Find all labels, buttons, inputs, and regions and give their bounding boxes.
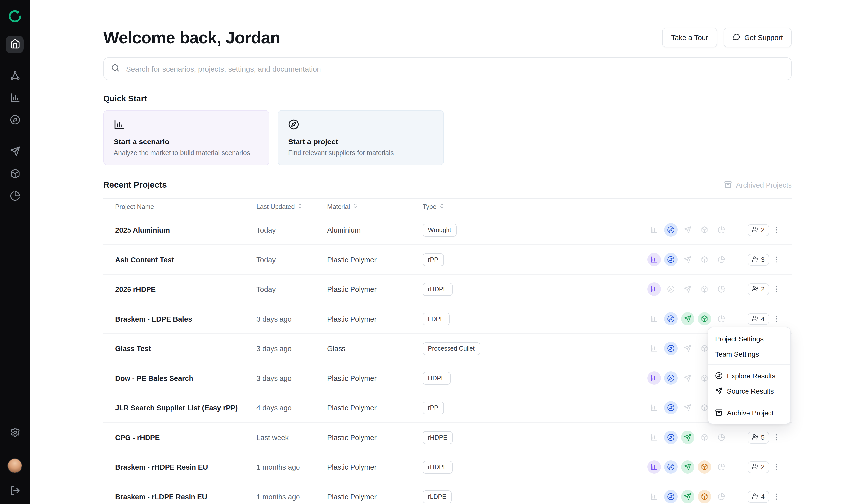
chart-chip-icon[interactable] [647,431,661,444]
take-tour-button[interactable]: Take a Tour [662,28,717,48]
box-chip-icon[interactable] [698,431,711,444]
compass-chip-icon[interactable] [664,312,678,325]
search-input[interactable] [125,64,784,73]
pie-chip-icon[interactable] [715,283,728,296]
chart-chip-icon[interactable] [647,342,661,355]
box-chip-icon[interactable] [698,223,711,237]
row-menu-button[interactable] [769,492,784,501]
column-type[interactable]: Type [422,203,647,210]
chart-chip-icon[interactable] [647,283,661,296]
table-row[interactable]: Glass Test 3 days ago Glass Processed Cu… [103,334,792,363]
table-row[interactable]: Braskem - rLDPE Resin EU 1 months ago Pl… [103,482,792,504]
menu-item-archive-project[interactable]: Archive Project [708,405,790,420]
box-chip-icon[interactable] [698,490,711,503]
box-chip-icon[interactable] [698,253,711,266]
menu-item-project-settings[interactable]: Project Settings [708,331,790,346]
sidebar-source-button[interactable] [6,143,24,161]
project-name[interactable]: Glass Test [115,344,257,353]
compass-chip-icon[interactable] [664,490,678,503]
settings-button[interactable] [6,424,24,442]
project-name[interactable]: 2026 rHDPE [115,285,257,293]
row-menu-button[interactable] [769,433,784,442]
send-chip-icon[interactable] [681,312,694,325]
box-chip-icon[interactable] [698,283,711,296]
chart-chip-icon[interactable] [647,372,661,385]
chart-chip-icon[interactable] [647,490,661,503]
compass-chip-icon[interactable] [664,253,678,266]
chart-chip-icon[interactable] [647,253,661,266]
menu-item-explore-results[interactable]: Explore Results [708,368,790,383]
sidebar-scenarios-button[interactable] [6,67,24,85]
project-name[interactable]: 2025 Aluminium [115,226,257,234]
get-support-button[interactable]: Get Support [724,28,792,48]
column-project-name[interactable]: Project Name [115,203,257,210]
compass-chip-icon[interactable] [664,372,678,385]
row-menu-button[interactable] [769,255,784,264]
members-pill[interactable]: 5 [748,431,769,443]
user-avatar[interactable] [8,459,22,473]
table-row[interactable]: Dow - PE Bales Search 3 days ago Plastic… [103,363,792,393]
compass-chip-icon[interactable] [664,342,678,355]
compass-chip-icon[interactable] [664,283,678,296]
column-material[interactable]: Material [327,203,422,210]
project-name[interactable]: CPG - rHDPE [115,433,257,441]
start-project-card[interactable]: Start a project Find relevant suppliers … [278,110,444,165]
send-chip-icon[interactable] [681,490,694,503]
chart-chip-icon[interactable] [647,223,661,237]
members-pill[interactable]: 2 [748,461,769,473]
table-row[interactable]: CPG - rHDPE Last week Plastic Polymer rH… [103,423,792,452]
start-scenario-card[interactable]: Start a scenario Analyze the market to b… [103,110,269,165]
pie-chip-icon[interactable] [715,253,728,266]
compass-chip-icon[interactable] [664,223,678,237]
pie-chip-icon[interactable] [715,431,728,444]
column-last-updated[interactable]: Last Updated [257,203,327,210]
row-menu-button[interactable] [769,463,784,471]
row-menu-button[interactable] [769,226,784,234]
box-chip-icon[interactable] [698,312,711,325]
table-row[interactable]: 2025 Aluminium Today Aluminium Wrought 2 [103,215,792,245]
members-pill[interactable]: 4 [748,313,769,325]
project-name[interactable]: Braskem - rLDPE Resin EU [115,493,257,501]
table-row[interactable]: JLR Search Supplier List (Easy rPP) 4 da… [103,393,792,423]
send-chip-icon[interactable] [681,431,694,444]
pie-chip-icon[interactable] [715,490,728,503]
send-chip-icon[interactable] [681,342,694,355]
members-pill[interactable]: 3 [748,254,769,266]
pie-chip-icon[interactable] [715,312,728,325]
members-pill[interactable]: 4 [748,491,769,503]
chart-chip-icon[interactable] [647,460,661,474]
members-pill[interactable]: 2 [748,283,769,295]
box-chip-icon[interactable] [698,460,711,474]
table-row[interactable]: Braskem - LDPE Bales 3 days ago Plastic … [103,304,792,334]
send-chip-icon[interactable] [681,283,694,296]
send-chip-icon[interactable] [681,372,694,385]
logout-button[interactable] [6,483,24,500]
pie-chip-icon[interactable] [715,460,728,474]
send-chip-icon[interactable] [681,253,694,266]
send-chip-icon[interactable] [681,460,694,474]
archived-projects-link[interactable]: Archived Projects [724,181,792,190]
sidebar-charts-button[interactable] [6,89,24,107]
sidebar-materials-button[interactable] [6,165,24,183]
sidebar-history-button[interactable] [6,188,24,205]
table-row[interactable]: Ash Content Test Today Plastic Polymer r… [103,245,792,275]
sidebar-explore-button[interactable] [6,112,24,129]
sidebar-home-button[interactable] [6,36,24,53]
project-name[interactable]: Ash Content Test [115,256,257,264]
compass-chip-icon[interactable] [664,460,678,474]
project-name[interactable]: Braskem - LDPE Bales [115,315,257,323]
row-menu-button[interactable] [769,314,784,323]
menu-item-source-results[interactable]: Source Results [708,383,790,399]
send-chip-icon[interactable] [681,223,694,237]
chart-chip-icon[interactable] [647,401,661,414]
project-name[interactable]: Braskem - rHDPE Resin EU [115,463,257,471]
project-name[interactable]: Dow - PE Bales Search [115,374,257,382]
table-row[interactable]: Braskem - rHDPE Resin EU 1 months ago Pl… [103,452,792,482]
send-chip-icon[interactable] [681,401,694,414]
chart-chip-icon[interactable] [647,312,661,325]
members-pill[interactable]: 2 [748,224,769,236]
compass-chip-icon[interactable] [664,431,678,444]
row-menu-button[interactable] [769,285,784,293]
compass-chip-icon[interactable] [664,401,678,414]
project-name[interactable]: JLR Search Supplier List (Easy rPP) [115,404,257,412]
